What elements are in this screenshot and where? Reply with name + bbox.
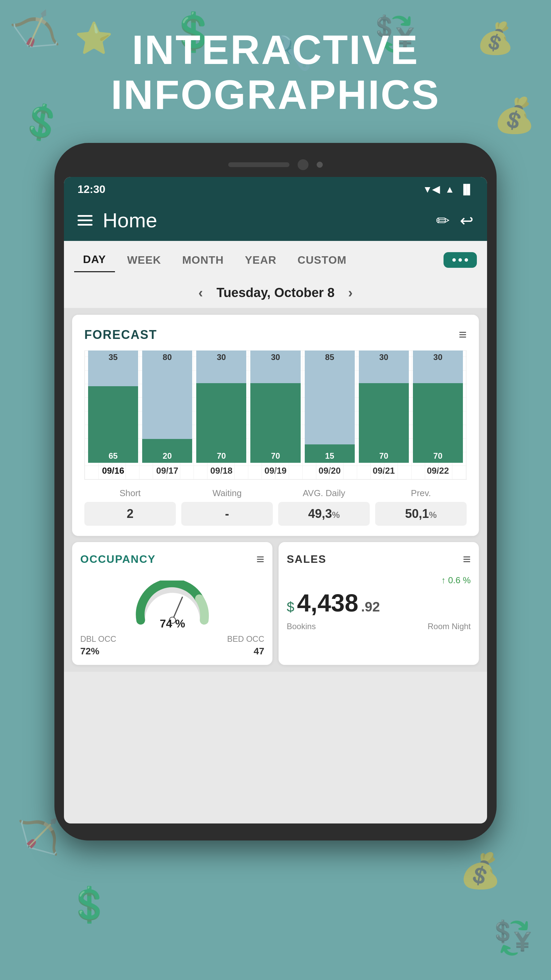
bar-0916: 35 65 09/16 bbox=[88, 358, 138, 476]
gauge-labels: DBL OCC BED OCC bbox=[80, 634, 264, 644]
bar-bottom-0917: 20 bbox=[142, 439, 192, 463]
hamburger-menu[interactable] bbox=[78, 215, 92, 226]
sales-cents: .92 bbox=[361, 599, 380, 614]
bar-stack-0921: 30 70 bbox=[359, 350, 409, 463]
signal-icon: ▲ bbox=[445, 184, 455, 195]
bg-icon-13: 💱 bbox=[493, 919, 534, 957]
sales-amount: $ 4,438 .92 bbox=[287, 589, 471, 617]
tab-custom[interactable]: CUSTOM bbox=[289, 248, 356, 272]
phone-camera bbox=[298, 159, 308, 170]
stat-waiting-value: - bbox=[181, 502, 273, 526]
share-icon[interactable]: ↩ bbox=[460, 211, 473, 230]
battery-icon: ▐▌ bbox=[460, 184, 473, 195]
wifi-icon: ▼◀ bbox=[423, 184, 440, 195]
tab-more-dots bbox=[453, 258, 468, 262]
stat-waiting-label: Waiting bbox=[213, 488, 242, 498]
bar-bottom-0916: 65 bbox=[88, 386, 138, 463]
svg-text:74 %: 74 % bbox=[159, 617, 185, 628]
stat-avg-label: AVG. Daily bbox=[303, 488, 345, 498]
gauge-container: 74 % bbox=[80, 575, 264, 631]
bar-top-0917: 80 bbox=[142, 350, 192, 439]
phone-sensor bbox=[317, 162, 323, 168]
bar-label-0920: 09/20 bbox=[319, 466, 341, 476]
forecast-bar-chart: 35 65 09/16 80 20 09/17 bbox=[84, 350, 467, 480]
tab-month[interactable]: MONTH bbox=[173, 248, 233, 272]
bar-0922: 30 70 09/22 bbox=[413, 358, 463, 476]
stat-waiting: Waiting - bbox=[181, 488, 273, 526]
sales-filter-icon[interactable]: ≡ bbox=[463, 552, 471, 567]
sales-increase: ↑ 0.6 % bbox=[287, 575, 471, 585]
next-date-arrow[interactable]: › bbox=[348, 285, 353, 301]
bar-stack-0916: 35 65 bbox=[88, 350, 138, 463]
forecast-stats-row: Short 2 Waiting - AVG. Daily bbox=[84, 488, 467, 526]
dot-1 bbox=[453, 258, 456, 262]
current-date: Tuesday, October 8 bbox=[216, 285, 334, 300]
forecast-card-header: FORECAST ≡ bbox=[84, 327, 467, 342]
phone-speaker bbox=[228, 162, 289, 167]
status-bar: 12:30 ▼◀ ▲ ▐▌ bbox=[64, 177, 487, 202]
page-title-area: INTERACTIVE INFOGRAPHICS bbox=[0, 27, 551, 117]
phone-top-bezel bbox=[64, 153, 487, 177]
gauge-values-row: 72% 47 bbox=[80, 646, 264, 657]
tab-year[interactable]: YEAR bbox=[236, 248, 285, 272]
hamburger-line-1 bbox=[78, 215, 92, 217]
dot-3 bbox=[465, 258, 468, 262]
forecast-title: FORECAST bbox=[84, 328, 157, 342]
bar-stack-0920: 85 15 bbox=[305, 350, 355, 463]
bar-bottom-0919: 70 bbox=[250, 383, 300, 463]
header-left: Home bbox=[78, 208, 157, 232]
svg-line-0 bbox=[172, 597, 182, 620]
tab-more-button[interactable] bbox=[443, 252, 477, 268]
sales-card-header: SALES ≡ bbox=[287, 552, 471, 567]
forecast-filter-icon[interactable]: ≡ bbox=[459, 327, 467, 342]
bar-0920: 85 15 09/20 bbox=[305, 358, 355, 476]
stat-prev-label: Prev. bbox=[411, 488, 431, 498]
page-title-line1: INTERACTIVE bbox=[0, 27, 551, 72]
stat-short-label: Short bbox=[119, 488, 140, 498]
occupancy-title: OCCUPANCY bbox=[80, 553, 156, 566]
bar-bottom-0922: 70 bbox=[413, 383, 463, 463]
sales-bottom-labels: Bookins Room Night bbox=[287, 622, 471, 631]
bar-stack-0922: 30 70 bbox=[413, 350, 463, 463]
sales-title: SALES bbox=[287, 553, 327, 566]
sales-dollar: $ bbox=[287, 599, 294, 614]
bar-top-0916: 35 bbox=[88, 350, 138, 386]
bar-label-0921: 09/21 bbox=[373, 466, 395, 476]
forecast-card: FORECAST ≡ 35 65 09/16 bbox=[72, 315, 479, 536]
bar-label-0916: 09/16 bbox=[102, 466, 124, 476]
stat-avg-daily: AVG. Daily 49,3% bbox=[278, 488, 370, 526]
sales-card: SALES ≡ ↑ 0.6 % $ 4,438 .92 Bookins Room… bbox=[279, 542, 479, 665]
bar-0919: 30 70 09/19 bbox=[250, 358, 300, 476]
stat-short: Short 2 bbox=[84, 488, 176, 526]
status-icons: ▼◀ ▲ ▐▌ bbox=[423, 184, 473, 195]
stat-avg-value: 49,3% bbox=[278, 502, 370, 526]
phone-outer: 12:30 ▼◀ ▲ ▐▌ Home ✏ bbox=[54, 143, 497, 840]
page-title-line2: INFOGRAPHICS bbox=[0, 72, 551, 117]
bed-occ-value: 47 bbox=[254, 646, 264, 657]
bar-label-0922: 09/22 bbox=[427, 466, 449, 476]
status-time: 12:30 bbox=[78, 183, 105, 196]
bar-top-0921: 30 bbox=[359, 350, 409, 383]
bar-stack-0917: 80 20 bbox=[142, 350, 192, 463]
dbl-occ-value: 72% bbox=[80, 646, 99, 657]
tab-day[interactable]: DAY bbox=[74, 248, 115, 272]
bar-top-0920: 85 bbox=[305, 350, 355, 444]
edit-icon[interactable]: ✏ bbox=[436, 211, 449, 230]
phone-screen: 12:30 ▼◀ ▲ ▐▌ Home ✏ bbox=[64, 177, 487, 824]
bg-icon-11: 💲 bbox=[68, 885, 111, 925]
stat-prev: Prev. 50,1% bbox=[375, 488, 467, 526]
tab-week[interactable]: WEEK bbox=[118, 248, 170, 272]
bg-icon-9: 🏹 bbox=[17, 817, 60, 857]
occupancy-filter-icon[interactable]: ≡ bbox=[256, 552, 264, 567]
bar-top-0922: 30 bbox=[413, 350, 463, 383]
bar-label-0918: 09/18 bbox=[210, 466, 232, 476]
phone-wrapper: 12:30 ▼◀ ▲ ▐▌ Home ✏ bbox=[54, 143, 497, 840]
prev-date-arrow[interactable]: ‹ bbox=[198, 285, 203, 301]
bar-stack-0919: 30 70 bbox=[250, 350, 300, 463]
bar-label-0917: 09/17 bbox=[156, 466, 178, 476]
bar-bottom-0920: 15 bbox=[305, 444, 355, 463]
bar-0917: 80 20 09/17 bbox=[142, 358, 192, 476]
occupancy-card: OCCUPANCY ≡ bbox=[72, 542, 272, 665]
tab-bar: DAY WEEK MONTH YEAR CUSTOM bbox=[64, 241, 487, 279]
bar-label-0919: 09/19 bbox=[264, 466, 286, 476]
